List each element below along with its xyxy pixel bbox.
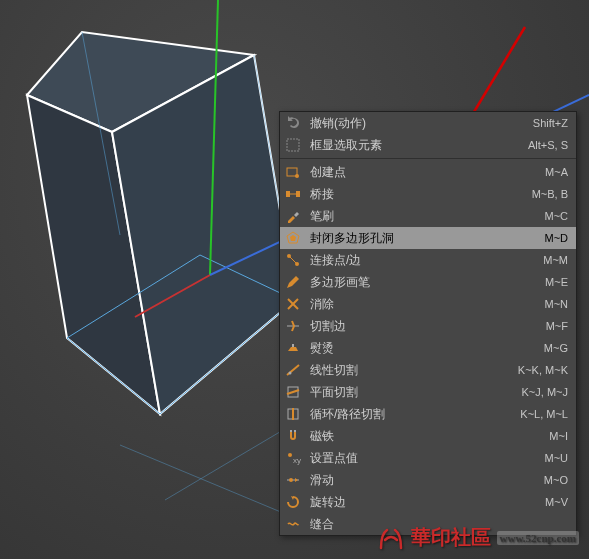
svg-rect-15 — [287, 139, 299, 151]
menu-item-label: 笔刷 — [310, 208, 544, 225]
menu-item[interactable]: 连接点/边M~M — [280, 249, 576, 271]
menu-item-label: 封闭多边形孔洞 — [310, 230, 544, 247]
menu-item[interactable]: 框显选取元素Alt+S, S — [280, 134, 576, 156]
svg-rect-18 — [286, 191, 290, 197]
menu-item-label: 平面切割 — [310, 384, 522, 401]
watermark: 華印社區 www.52cnp.com — [377, 524, 579, 551]
watermark-url: www.52cnp.com — [497, 531, 579, 545]
menu-item-shortcut: M~U — [544, 452, 568, 464]
svg-point-17 — [295, 174, 299, 178]
menu-item-label: 旋转边 — [310, 494, 545, 511]
watermark-logo — [377, 526, 405, 550]
svg-marker-22 — [290, 235, 296, 241]
menu-item[interactable]: 消除M~N — [280, 293, 576, 315]
menu-item[interactable]: 桥接M~B, B — [280, 183, 576, 205]
menu-item[interactable]: 磁铁M~I — [280, 425, 576, 447]
svg-rect-29 — [292, 344, 294, 347]
menu-item[interactable]: 笔刷M~C — [280, 205, 576, 227]
menu-item[interactable]: xy设置点值M~U — [280, 447, 576, 469]
magnet-icon — [284, 427, 302, 445]
undo-icon — [284, 114, 302, 132]
menu-item[interactable]: 熨烫M~G — [280, 337, 576, 359]
menu-item-label: 熨烫 — [310, 340, 544, 357]
menu-item-label: 连接点/边 — [310, 252, 543, 269]
menu-item-label: 线性切割 — [310, 362, 518, 379]
connect-icon — [284, 251, 302, 269]
menu-item-shortcut: M~F — [546, 320, 568, 332]
context-menu[interactable]: 撤销(动作)Shift+Z框显选取元素Alt+S, S创建点M~A桥接M~B, … — [279, 111, 577, 536]
edge-cut-icon — [284, 317, 302, 335]
menu-item[interactable]: 切割边M~F — [280, 315, 576, 337]
menu-item-shortcut: K~J, M~J — [522, 386, 568, 398]
menu-item-shortcut: M~I — [549, 430, 568, 442]
menu-item-shortcut: M~M — [543, 254, 568, 266]
menu-item-shortcut: M~B, B — [532, 188, 568, 200]
plane-cut-icon — [284, 383, 302, 401]
menu-item-shortcut: M~A — [545, 166, 568, 178]
svg-point-31 — [289, 372, 292, 375]
menu-item-label: 框显选取元素 — [310, 137, 528, 154]
menu-item[interactable]: 平面切割K~J, M~J — [280, 381, 576, 403]
menu-item-shortcut: Alt+S, S — [528, 139, 568, 151]
svg-point-38 — [288, 453, 292, 457]
menu-item-shortcut: M~V — [545, 496, 568, 508]
stitch-icon — [284, 515, 302, 533]
set-point-icon: xy — [284, 449, 302, 467]
dissolve-icon — [284, 295, 302, 313]
menu-item-shortcut: M~O — [544, 474, 568, 486]
bridge-icon — [284, 185, 302, 203]
polypen-icon — [284, 273, 302, 291]
create-point-icon — [284, 163, 302, 181]
menu-item[interactable]: 滑动M~O — [280, 469, 576, 491]
menu-item-label: 创建点 — [310, 164, 545, 181]
menu-item[interactable]: 多边形画笔M~E — [280, 271, 576, 293]
brush-icon — [284, 207, 302, 225]
menu-item[interactable]: 旋转边M~V — [280, 491, 576, 513]
menu-item-label: 循环/路径切割 — [310, 406, 520, 423]
svg-rect-36 — [290, 430, 292, 432]
menu-item[interactable]: 封闭多边形孔洞M~D — [280, 227, 576, 249]
menu-item-shortcut: K~K, M~K — [518, 364, 568, 376]
svg-line-25 — [290, 257, 296, 263]
menu-item-shortcut: M~N — [544, 298, 568, 310]
menu-item-label: 设置点值 — [310, 450, 544, 467]
menu-item-shortcut: Shift+Z — [533, 117, 568, 129]
svg-point-41 — [289, 478, 293, 482]
menu-item-label: 撤销(动作) — [310, 115, 533, 132]
menu-item-label: 磁铁 — [310, 428, 549, 445]
menu-item[interactable]: 创建点M~A — [280, 161, 576, 183]
menu-item-shortcut: K~L, M~L — [520, 408, 568, 420]
menu-item-shortcut: M~E — [545, 276, 568, 288]
menu-item-label: 滑动 — [310, 472, 544, 489]
menu-item-shortcut: M~D — [544, 232, 568, 244]
slide-icon — [284, 471, 302, 489]
line-cut-icon — [284, 361, 302, 379]
menu-separator — [280, 158, 576, 159]
iron-icon — [284, 339, 302, 357]
svg-text:xy: xy — [293, 456, 301, 465]
menu-item-label: 多边形画笔 — [310, 274, 545, 291]
menu-item[interactable]: 线性切割K~K, M~K — [280, 359, 576, 381]
loop-cut-icon — [284, 405, 302, 423]
menu-item-label: 消除 — [310, 296, 544, 313]
watermark-text: 華印社區 — [411, 524, 491, 551]
svg-rect-19 — [296, 191, 300, 197]
menu-item[interactable]: 循环/路径切割K~L, M~L — [280, 403, 576, 425]
menu-item-shortcut: M~C — [544, 210, 568, 222]
spin-edge-icon — [284, 493, 302, 511]
menu-item[interactable]: 撤销(动作)Shift+Z — [280, 112, 576, 134]
menu-item-label: 桥接 — [310, 186, 532, 203]
svg-rect-37 — [294, 430, 296, 432]
frame-icon — [284, 136, 302, 154]
menu-item-label: 切割边 — [310, 318, 546, 335]
svg-line-33 — [287, 390, 299, 394]
menu-item-shortcut: M~G — [544, 342, 568, 354]
close-hole-icon — [284, 229, 302, 247]
